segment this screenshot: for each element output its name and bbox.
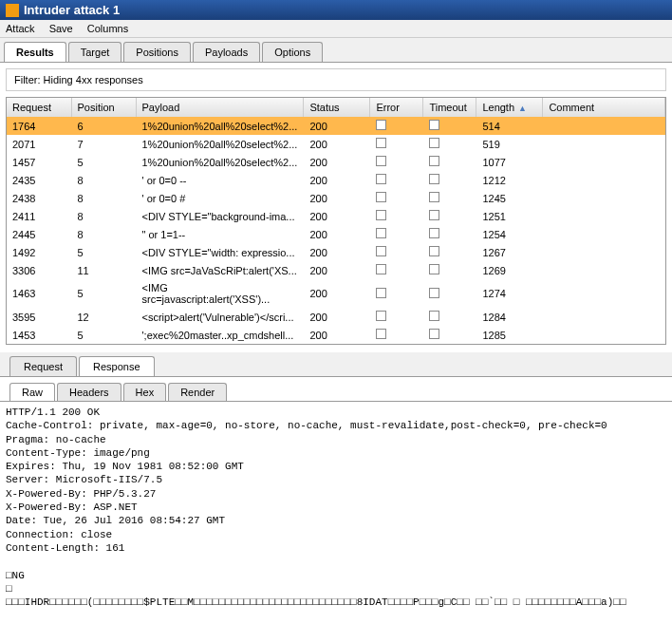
cell-length: 1285 xyxy=(476,326,543,344)
table-row[interactable]: 330611<IMG src=JaVaScRiPt:alert('XS...20… xyxy=(7,261,665,279)
col-status[interactable]: Status xyxy=(304,98,370,117)
checkbox-icon xyxy=(376,192,386,202)
table-row[interactable]: 14925<DIV STYLE="width: expressio...2001… xyxy=(7,243,665,261)
cell-request: 2411 xyxy=(7,207,71,225)
cell-position: 5 xyxy=(71,279,136,308)
cell-timeout xyxy=(423,308,476,326)
cell-request: 3595 xyxy=(7,308,71,326)
cell-payload: ';exec%20master..xp_cmdshell... xyxy=(136,326,304,344)
col-position[interactable]: Position xyxy=(71,98,136,117)
tab-response[interactable]: Response xyxy=(79,356,155,376)
checkbox-icon xyxy=(429,329,439,339)
cell-timeout xyxy=(423,261,476,279)
cell-comment xyxy=(543,135,665,153)
checkbox-icon xyxy=(376,311,386,321)
tab-request[interactable]: Request xyxy=(9,356,77,376)
cell-comment xyxy=(543,153,665,171)
cell-length: 1251 xyxy=(476,207,543,225)
main-tabs: Results Target Positions Payloads Option… xyxy=(0,38,672,63)
cell-comment xyxy=(543,171,665,189)
cell-payload: ' or 0=0 -- xyxy=(136,171,304,189)
checkbox-icon xyxy=(429,120,439,130)
cell-comment xyxy=(543,279,665,308)
menu-attack[interactable]: Attack xyxy=(6,23,35,34)
cell-timeout xyxy=(423,279,476,308)
cell-payload: 1%20union%20all%20select%2... xyxy=(136,153,304,171)
col-payload[interactable]: Payload xyxy=(136,98,304,117)
tab-target[interactable]: Target xyxy=(68,42,122,62)
table-header-row: Request Position Payload Status Error Ti… xyxy=(7,98,665,117)
checkbox-icon xyxy=(429,138,439,148)
cell-length: 1245 xyxy=(476,189,543,207)
window-titlebar: Intruder attack 1 xyxy=(0,0,672,20)
cell-timeout xyxy=(423,207,476,225)
cell-status: 200 xyxy=(304,326,370,344)
table-row[interactable]: 24458" or 1=1--2001254 xyxy=(7,225,665,243)
tab-results[interactable]: Results xyxy=(4,42,66,62)
tab-positions[interactable]: Positions xyxy=(123,42,191,62)
cell-error xyxy=(370,207,423,225)
cell-length: 519 xyxy=(476,135,543,153)
tab-payloads[interactable]: Payloads xyxy=(193,42,260,62)
table-row[interactable]: 24118<DIV STYLE="background-ima...200125… xyxy=(7,207,665,225)
cell-payload: <DIV STYLE="width: expressio... xyxy=(136,243,304,261)
cell-error xyxy=(370,308,423,326)
col-comment[interactable]: Comment xyxy=(543,98,665,117)
checkbox-icon xyxy=(376,329,386,339)
cell-position: 5 xyxy=(71,326,136,344)
cell-request: 3306 xyxy=(7,261,71,279)
cell-length: 1077 xyxy=(476,153,543,171)
cell-status: 200 xyxy=(304,261,370,279)
col-request[interactable]: Request xyxy=(7,98,71,117)
cell-position: 8 xyxy=(71,171,136,189)
col-timeout[interactable]: Timeout xyxy=(423,98,476,117)
tab-options[interactable]: Options xyxy=(262,42,323,62)
tab-hex[interactable]: Hex xyxy=(123,383,167,401)
detail-tabs: Request Response xyxy=(0,352,672,377)
cell-payload: <IMG src=javascript:alert('XSS')... xyxy=(136,279,304,308)
col-error[interactable]: Error xyxy=(370,98,423,117)
cell-request: 2435 xyxy=(7,171,71,189)
cell-length: 1274 xyxy=(476,279,543,308)
cell-position: 8 xyxy=(71,225,136,243)
checkbox-icon xyxy=(376,138,386,148)
table-row[interactable]: 207171%20union%20all%20select%2...200519 xyxy=(7,135,665,153)
cell-comment xyxy=(543,243,665,261)
cell-payload: <DIV STYLE="background-ima... xyxy=(136,207,304,225)
col-length[interactable]: Length xyxy=(476,98,543,117)
cell-error xyxy=(370,135,423,153)
tab-render[interactable]: Render xyxy=(168,383,227,401)
checkbox-icon xyxy=(429,264,439,274)
table-row[interactable]: 24388' or 0=0 #2001245 xyxy=(7,189,665,207)
cell-comment xyxy=(543,308,665,326)
cell-timeout xyxy=(423,117,476,135)
cell-position: 7 xyxy=(71,135,136,153)
cell-error xyxy=(370,189,423,207)
menu-columns[interactable]: Columns xyxy=(87,23,128,34)
cell-position: 8 xyxy=(71,189,136,207)
raw-response[interactable]: HTTP/1.1 200 OK Cache-Control: private, … xyxy=(0,402,672,613)
cell-payload: <IMG src=JaVaScRiPt:alert('XS... xyxy=(136,261,304,279)
cell-comment xyxy=(543,261,665,279)
filter-bar[interactable]: Filter: Hiding 4xx responses xyxy=(6,68,666,91)
cell-status: 200 xyxy=(304,171,370,189)
window-title: Intruder attack 1 xyxy=(24,3,120,17)
cell-status: 200 xyxy=(304,225,370,243)
checkbox-icon xyxy=(376,156,386,166)
table-row[interactable]: 14635<IMG src=javascript:alert('XSS')...… xyxy=(7,279,665,308)
table-row[interactable]: 359512<script>alert('Vulnerable')</scri.… xyxy=(7,308,665,326)
cell-payload: 1%20union%20all%20select%2... xyxy=(136,117,304,135)
cell-timeout xyxy=(423,225,476,243)
tab-headers[interactable]: Headers xyxy=(57,383,121,401)
cell-payload: <script>alert('Vulnerable')</scri... xyxy=(136,308,304,326)
cell-length: 1267 xyxy=(476,243,543,261)
table-row[interactable]: 145751%20union%20all%20select%2...200107… xyxy=(7,153,665,171)
menu-save[interactable]: Save xyxy=(49,23,73,34)
checkbox-icon xyxy=(376,174,386,184)
checkbox-icon xyxy=(376,210,386,220)
table-row[interactable]: 176461%20union%20all%20select%2...200514 xyxy=(7,117,665,135)
tab-raw[interactable]: Raw xyxy=(9,383,55,401)
table-row[interactable]: 24358' or 0=0 --2001212 xyxy=(7,171,665,189)
checkbox-icon xyxy=(429,246,439,256)
table-row[interactable]: 14535';exec%20master..xp_cmdshell...2001… xyxy=(7,326,665,344)
